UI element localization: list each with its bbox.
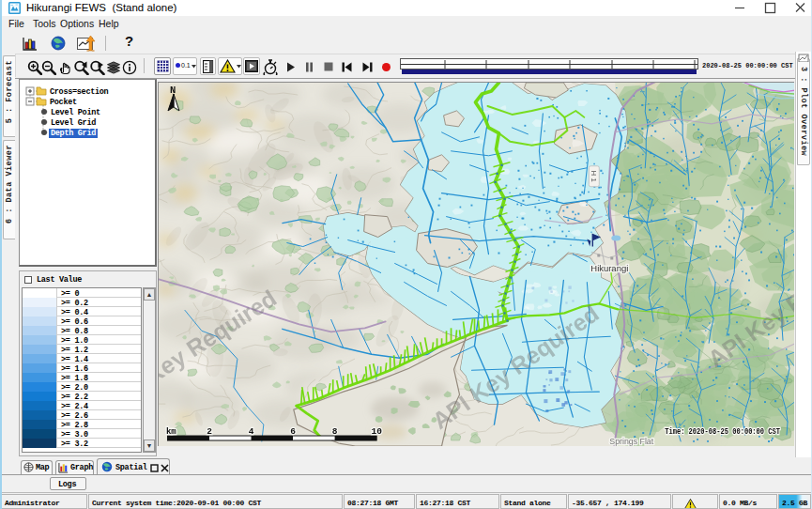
svg-text:10: 10 <box>371 426 382 437</box>
svg-text:4: 4 <box>249 426 254 437</box>
svg-text:8: 8 <box>332 426 338 437</box>
svg-text:Springs Flat: Springs Flat <box>609 437 653 446</box>
svg-text:Hikurangi: Hikurangi <box>590 264 628 273</box>
svg-text:km: km <box>166 427 176 437</box>
svg-text:2: 2 <box>207 426 212 437</box>
svg-text:Time: 2020-08-25 00:00:00 CST: Time: 2020-08-25 00:00:00 CST <box>665 427 780 437</box>
svg-text:6: 6 <box>290 426 296 437</box>
svg-text:H 1: H 1 <box>590 171 598 183</box>
svg-text:N: N <box>170 85 176 96</box>
